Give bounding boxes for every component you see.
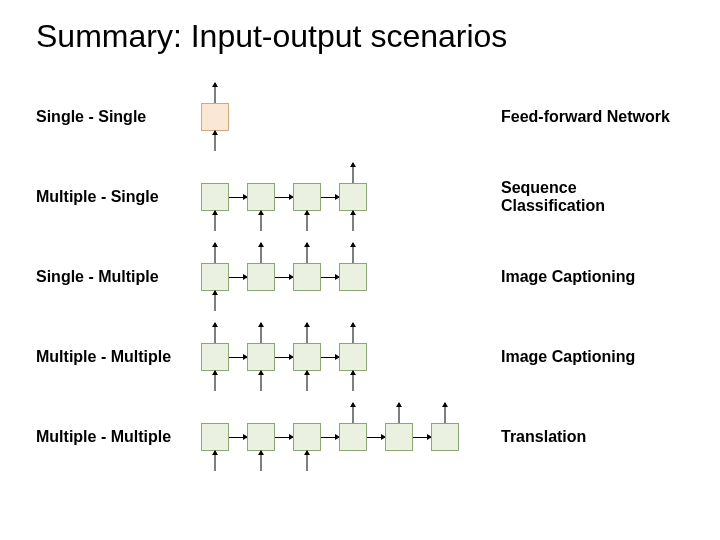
arrow-up-icon: [214, 371, 216, 391]
scenario-row: Single - Single Feed-forward Network: [36, 77, 680, 157]
scenario-type-label: Single - Multiple: [36, 268, 201, 286]
scenario-example-label: Sequence Classification: [481, 179, 680, 215]
scenario-example-label: Translation: [481, 428, 680, 446]
arrow-up-icon: [214, 323, 216, 343]
scenario-type-label: Multiple - Multiple: [36, 348, 201, 366]
arrow-up-icon: [306, 371, 308, 391]
arrow-up-icon: [260, 371, 262, 391]
arrow-up-icon: [352, 403, 354, 423]
diagram-single-single: [201, 83, 481, 151]
scenario-example-label: Image Captioning: [481, 268, 680, 286]
scenario-type-label: Single - Single: [36, 108, 201, 126]
arrow-up-icon: [214, 131, 216, 151]
arrow-up-icon: [214, 83, 216, 103]
rnn-cell-icon: [201, 423, 229, 451]
arrow-up-icon: [398, 403, 400, 423]
rnn-cell-icon: [339, 343, 367, 371]
slide-title: Summary: Input-output scenarios: [36, 18, 680, 55]
arrow-up-icon: [260, 243, 262, 263]
rnn-cell-icon: [247, 183, 275, 211]
rnn-cell-icon: [201, 103, 229, 131]
rnn-cell-icon: [247, 343, 275, 371]
rnn-cell-icon: [293, 343, 321, 371]
diagram-multiple-multiple-seq2seq: [201, 403, 481, 471]
scenario-row: Single - Multiple Image Captioning: [36, 237, 680, 317]
scenario-type-label: Multiple - Multiple: [36, 428, 201, 446]
arrow-up-icon: [260, 211, 262, 231]
rnn-cell-icon: [201, 343, 229, 371]
arrow-up-icon: [214, 291, 216, 311]
rnn-cell-icon: [431, 423, 459, 451]
arrow-up-icon: [306, 451, 308, 471]
rnn-cell-icon: [247, 423, 275, 451]
arrow-up-icon: [352, 323, 354, 343]
arrow-right-icon: [321, 357, 339, 358]
rnn-cell-icon: [293, 423, 321, 451]
rnn-cell-icon: [339, 423, 367, 451]
rnn-cell-icon: [293, 183, 321, 211]
rnn-cell-icon: [247, 263, 275, 291]
arrow-right-icon: [275, 277, 293, 278]
scenario-type-label: Multiple - Single: [36, 188, 201, 206]
arrow-up-icon: [260, 451, 262, 471]
rnn-cell-icon: [339, 263, 367, 291]
arrow-up-icon: [260, 323, 262, 343]
arrow-right-icon: [321, 277, 339, 278]
rnn-cell-icon: [385, 423, 413, 451]
arrow-up-icon: [306, 243, 308, 263]
rnn-cell-icon: [339, 183, 367, 211]
scenario-row: Multiple - Single Sequence Classificatio…: [36, 157, 680, 237]
arrow-up-icon: [352, 371, 354, 391]
rnn-cell-icon: [201, 263, 229, 291]
arrow-up-icon: [352, 243, 354, 263]
arrow-right-icon: [229, 437, 247, 438]
arrow-up-icon: [214, 451, 216, 471]
arrow-right-icon: [229, 277, 247, 278]
arrow-up-icon: [214, 211, 216, 231]
scenario-example-label: Feed-forward Network: [481, 108, 680, 126]
arrow-right-icon: [321, 197, 339, 198]
arrow-right-icon: [229, 357, 247, 358]
diagram-multiple-multiple-sync: [201, 323, 481, 391]
scenario-row: Multiple - Multiple Image Captioning: [36, 317, 680, 397]
scenario-example-label: Image Captioning: [481, 348, 680, 366]
rnn-cell-icon: [201, 183, 229, 211]
arrow-right-icon: [275, 437, 293, 438]
diagram-single-multiple: [201, 243, 481, 311]
arrow-right-icon: [321, 437, 339, 438]
arrow-up-icon: [306, 211, 308, 231]
arrow-up-icon: [352, 163, 354, 183]
scenario-row: Multiple - Multiple: [36, 397, 680, 477]
arrow-right-icon: [413, 437, 431, 438]
arrow-right-icon: [367, 437, 385, 438]
arrow-up-icon: [352, 211, 354, 231]
arrow-right-icon: [275, 357, 293, 358]
arrow-right-icon: [275, 197, 293, 198]
rnn-cell-icon: [293, 263, 321, 291]
arrow-up-icon: [214, 243, 216, 263]
arrow-up-icon: [306, 323, 308, 343]
arrow-right-icon: [229, 197, 247, 198]
arrow-up-icon: [444, 403, 446, 423]
diagram-multiple-single: [201, 163, 481, 231]
